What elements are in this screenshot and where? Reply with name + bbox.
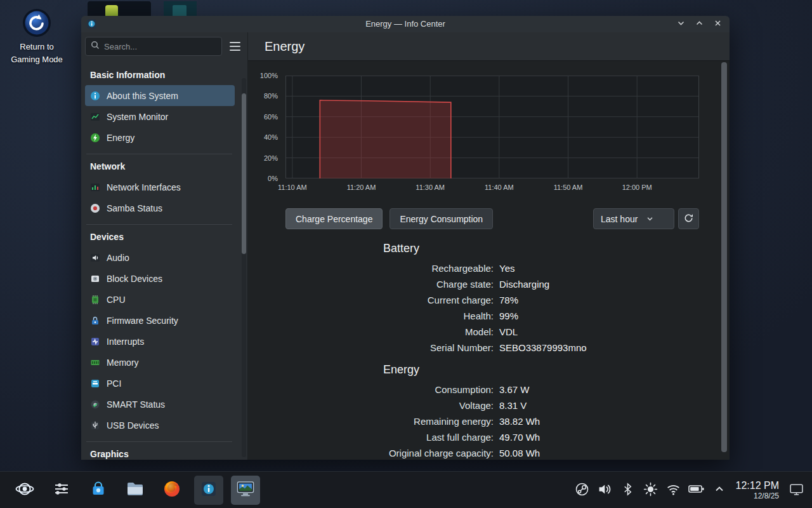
sidebar-item-about-this-system[interactable]: About this System xyxy=(85,85,235,106)
sidebar-item-firmware-security[interactable]: Firmware Security xyxy=(85,310,235,331)
detail-value: SEBO33879993mno xyxy=(499,340,699,356)
detail-row: Rechargeable:Yes xyxy=(285,260,699,276)
shortcut-label-line1: Return to xyxy=(4,41,70,53)
return-to-gaming-mode-shortcut[interactable]: Return to Gaming Mode xyxy=(4,8,70,66)
smart-status-icon xyxy=(90,399,100,410)
about-icon xyxy=(90,91,100,101)
sidebar-item-label: Energy xyxy=(107,133,134,143)
x-axis-label: 12:00 PM xyxy=(615,184,658,191)
brightness-tray-button[interactable] xyxy=(639,478,662,503)
sidebar-item-audio[interactable]: Audio xyxy=(85,247,235,268)
discover-icon xyxy=(90,481,107,499)
sidebar-item-cpu[interactable]: CPU xyxy=(85,289,235,310)
scrollbar-thumb[interactable] xyxy=(721,62,727,452)
sidebar-item-network-interfaces[interactable]: Network Interfaces xyxy=(85,177,235,197)
maximize-button[interactable] xyxy=(695,19,704,29)
monitor-icon xyxy=(237,481,254,499)
time-range-select[interactable]: Last hour xyxy=(593,208,674,229)
charge-chart: 0%20%40%60%80%100% 11:10 AM11:20 AM11:30… xyxy=(285,76,699,178)
file-manager-launcher-button[interactable] xyxy=(121,476,150,505)
clock[interactable]: 12:12 PM 12/8/25 xyxy=(736,480,779,500)
page-title: Energy xyxy=(248,32,730,60)
firefox-launcher-button[interactable] xyxy=(157,476,187,505)
y-axis-label: 60% xyxy=(250,113,278,121)
scrollbar-thumb[interactable] xyxy=(242,93,246,254)
show-desktop-button[interactable] xyxy=(785,476,807,505)
menu-button[interactable] xyxy=(225,37,244,56)
details-panel: BatteryRechargeable:YesCharge state:Disc… xyxy=(285,242,699,460)
sidebar-item-smart-status[interactable]: SMART Status xyxy=(85,394,235,415)
cpu-icon xyxy=(90,295,100,305)
caret-up-icon xyxy=(714,483,725,497)
brightness-icon xyxy=(643,482,658,498)
detail-label: Voltage: xyxy=(285,398,494,413)
sidebar-item-interrupts[interactable]: Interrupts xyxy=(85,331,235,352)
detail-value: Yes xyxy=(499,260,699,276)
volume-icon xyxy=(598,482,612,498)
sidebar-item-block-devices[interactable]: Block Devices xyxy=(85,268,235,289)
steam-deck-logo-icon xyxy=(15,479,34,500)
sidebar-section-graphics: Graphics xyxy=(85,446,235,460)
content-scrollbar[interactable] xyxy=(721,62,727,456)
application-launcher-button[interactable] xyxy=(10,476,39,505)
sidebar-item-pci[interactable]: PCI xyxy=(85,373,235,394)
detail-value: 3.67 W xyxy=(499,382,699,398)
minimize-button[interactable] xyxy=(677,19,685,29)
sidebar-item-label: Samba Status xyxy=(107,203,162,213)
clock-date: 12/8/25 xyxy=(754,491,779,500)
network-tray-button[interactable] xyxy=(662,478,685,503)
y-axis-label: 80% xyxy=(250,92,278,100)
sidebar-item-energy[interactable]: Energy xyxy=(85,127,235,148)
sidebar-item-label: CPU xyxy=(107,295,126,305)
volume-tray-button[interactable] xyxy=(594,478,617,503)
window-title: Energy — Info Center xyxy=(81,16,730,32)
sidebar-item-label: Memory xyxy=(107,358,139,368)
sidebar-section-devices: Devices xyxy=(85,229,235,247)
detail-value: 99% xyxy=(499,308,699,324)
chevron-up-icon xyxy=(695,19,704,29)
info-center-icon xyxy=(200,481,217,499)
sidebar-item-usb-devices[interactable]: USB Devices xyxy=(85,415,235,436)
quick-settings-button[interactable] xyxy=(47,476,76,505)
detail-value: VDL xyxy=(499,324,699,340)
charge-percentage-button[interactable]: Charge Percentage xyxy=(285,208,383,229)
x-axis-label: 11:20 AM xyxy=(340,184,383,191)
sidebar-item-label: About this System xyxy=(107,91,178,101)
detail-label: Model: xyxy=(285,324,494,340)
block-devices-icon xyxy=(90,274,100,284)
sidebar-item-label: System Monitor xyxy=(107,112,168,122)
battery-tray-button[interactable] xyxy=(685,478,708,503)
bluetooth-tray-button[interactable] xyxy=(617,478,639,503)
discover-launcher-button[interactable] xyxy=(84,476,113,505)
refresh-button[interactable] xyxy=(678,208,699,229)
sidebar-item-label: SMART Status xyxy=(107,399,165,410)
close-button[interactable] xyxy=(714,19,722,29)
sidebar-item-label: Block Devices xyxy=(107,274,162,284)
task-spectacle[interactable] xyxy=(231,476,260,505)
clock-time: 12:12 PM xyxy=(736,480,779,491)
firefox-icon xyxy=(163,480,181,500)
sidebar-item-system-monitor[interactable]: System Monitor xyxy=(85,106,235,127)
search-field[interactable] xyxy=(85,37,222,56)
sidebar-item-label: Audio xyxy=(107,253,129,263)
detail-row: Current charge:78% xyxy=(285,292,699,308)
x-axis-label: 11:40 AM xyxy=(478,184,521,191)
info-center-window: Energy — Info Center Basic InformationAb… xyxy=(81,16,730,460)
sidebar-separator xyxy=(86,224,232,225)
hamburger-icon xyxy=(230,42,240,43)
sidebar-scrollbar[interactable] xyxy=(242,78,246,457)
detail-value: 8.31 V xyxy=(499,398,699,413)
audio-icon xyxy=(90,253,100,263)
search-input[interactable] xyxy=(104,42,216,51)
tray-expander-button[interactable] xyxy=(708,478,731,503)
sidebar-item-memory[interactable]: Memory xyxy=(85,352,235,373)
steam-tray-button[interactable] xyxy=(571,478,594,503)
detail-label: Last full charge: xyxy=(285,429,494,445)
chart-plot xyxy=(285,76,699,178)
sidebar-item-samba-status[interactable]: Samba Status xyxy=(85,197,235,218)
detail-row: Model:VDL xyxy=(285,324,699,340)
energy-consumption-button[interactable]: Energy Consumption xyxy=(390,208,493,229)
titlebar[interactable]: Energy — Info Center xyxy=(81,16,730,32)
task-info-center[interactable] xyxy=(194,476,223,505)
battery-icon xyxy=(688,482,705,498)
